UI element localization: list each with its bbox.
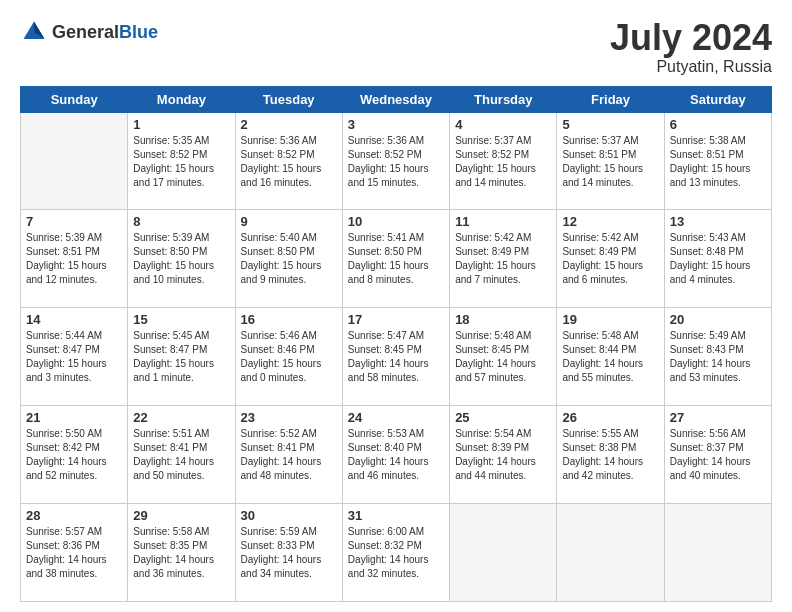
day-info: Sunrise: 5:48 AMSunset: 8:44 PMDaylight:… [562,330,643,383]
weekday-header: Thursday [450,86,557,112]
weekday-header: Friday [557,86,664,112]
day-info: Sunrise: 5:51 AMSunset: 8:41 PMDaylight:… [133,428,214,481]
calendar-cell: 7 Sunrise: 5:39 AMSunset: 8:51 PMDayligh… [21,210,128,308]
calendar-cell: 27 Sunrise: 5:56 AMSunset: 8:37 PMDaylig… [664,406,771,504]
calendar-cell: 20 Sunrise: 5:49 AMSunset: 8:43 PMDaylig… [664,308,771,406]
calendar-cell: 10 Sunrise: 5:41 AMSunset: 8:50 PMDaylig… [342,210,449,308]
calendar-table: SundayMondayTuesdayWednesdayThursdayFrid… [20,86,772,602]
day-info: Sunrise: 5:45 AMSunset: 8:47 PMDaylight:… [133,330,214,383]
day-info: Sunrise: 5:43 AMSunset: 8:48 PMDaylight:… [670,232,751,285]
calendar-cell: 24 Sunrise: 5:53 AMSunset: 8:40 PMDaylig… [342,406,449,504]
day-number: 8 [133,214,229,229]
calendar-cell: 28 Sunrise: 5:57 AMSunset: 8:36 PMDaylig… [21,504,128,602]
calendar-cell: 1 Sunrise: 5:35 AMSunset: 8:52 PMDayligh… [128,112,235,210]
day-number: 19 [562,312,658,327]
day-info: Sunrise: 5:39 AMSunset: 8:51 PMDaylight:… [26,232,107,285]
day-number: 5 [562,117,658,132]
calendar-cell: 17 Sunrise: 5:47 AMSunset: 8:45 PMDaylig… [342,308,449,406]
page: GeneralBlue July 2024 Putyatin, Russia S… [0,0,792,612]
day-number: 25 [455,410,551,425]
logo-blue: Blue [119,22,158,42]
day-info: Sunrise: 6:00 AMSunset: 8:32 PMDaylight:… [348,526,429,579]
day-number: 31 [348,508,444,523]
logo-general: General [52,22,119,42]
day-info: Sunrise: 5:37 AMSunset: 8:52 PMDaylight:… [455,135,536,188]
weekday-header: Sunday [21,86,128,112]
day-number: 20 [670,312,766,327]
day-number: 13 [670,214,766,229]
week-row: 7 Sunrise: 5:39 AMSunset: 8:51 PMDayligh… [21,210,772,308]
calendar-cell: 8 Sunrise: 5:39 AMSunset: 8:50 PMDayligh… [128,210,235,308]
day-info: Sunrise: 5:55 AMSunset: 8:38 PMDaylight:… [562,428,643,481]
week-row: 28 Sunrise: 5:57 AMSunset: 8:36 PMDaylig… [21,504,772,602]
calendar-cell: 12 Sunrise: 5:42 AMSunset: 8:49 PMDaylig… [557,210,664,308]
day-number: 29 [133,508,229,523]
day-info: Sunrise: 5:41 AMSunset: 8:50 PMDaylight:… [348,232,429,285]
calendar-cell: 9 Sunrise: 5:40 AMSunset: 8:50 PMDayligh… [235,210,342,308]
day-number: 23 [241,410,337,425]
day-info: Sunrise: 5:49 AMSunset: 8:43 PMDaylight:… [670,330,751,383]
calendar-cell: 3 Sunrise: 5:36 AMSunset: 8:52 PMDayligh… [342,112,449,210]
month-year: July 2024 [610,18,772,58]
day-info: Sunrise: 5:46 AMSunset: 8:46 PMDaylight:… [241,330,322,383]
day-number: 1 [133,117,229,132]
day-info: Sunrise: 5:48 AMSunset: 8:45 PMDaylight:… [455,330,536,383]
day-number: 26 [562,410,658,425]
day-info: Sunrise: 5:44 AMSunset: 8:47 PMDaylight:… [26,330,107,383]
title-block: July 2024 Putyatin, Russia [610,18,772,76]
calendar-cell: 11 Sunrise: 5:42 AMSunset: 8:49 PMDaylig… [450,210,557,308]
day-number: 18 [455,312,551,327]
logo-icon [20,18,48,46]
day-number: 14 [26,312,122,327]
calendar-cell: 19 Sunrise: 5:48 AMSunset: 8:44 PMDaylig… [557,308,664,406]
calendar-cell: 26 Sunrise: 5:55 AMSunset: 8:38 PMDaylig… [557,406,664,504]
day-number: 6 [670,117,766,132]
logo: GeneralBlue [20,18,158,46]
week-row: 21 Sunrise: 5:50 AMSunset: 8:42 PMDaylig… [21,406,772,504]
location: Putyatin, Russia [610,58,772,76]
day-number: 27 [670,410,766,425]
day-info: Sunrise: 5:58 AMSunset: 8:35 PMDaylight:… [133,526,214,579]
day-number: 24 [348,410,444,425]
calendar-cell: 4 Sunrise: 5:37 AMSunset: 8:52 PMDayligh… [450,112,557,210]
calendar-cell: 31 Sunrise: 6:00 AMSunset: 8:32 PMDaylig… [342,504,449,602]
calendar-cell: 13 Sunrise: 5:43 AMSunset: 8:48 PMDaylig… [664,210,771,308]
calendar-cell: 5 Sunrise: 5:37 AMSunset: 8:51 PMDayligh… [557,112,664,210]
week-row: 14 Sunrise: 5:44 AMSunset: 8:47 PMDaylig… [21,308,772,406]
day-info: Sunrise: 5:36 AMSunset: 8:52 PMDaylight:… [241,135,322,188]
calendar-cell: 14 Sunrise: 5:44 AMSunset: 8:47 PMDaylig… [21,308,128,406]
header: GeneralBlue July 2024 Putyatin, Russia [20,18,772,76]
day-info: Sunrise: 5:52 AMSunset: 8:41 PMDaylight:… [241,428,322,481]
day-info: Sunrise: 5:47 AMSunset: 8:45 PMDaylight:… [348,330,429,383]
calendar-cell [450,504,557,602]
day-number: 10 [348,214,444,229]
day-info: Sunrise: 5:56 AMSunset: 8:37 PMDaylight:… [670,428,751,481]
day-number: 28 [26,508,122,523]
day-info: Sunrise: 5:53 AMSunset: 8:40 PMDaylight:… [348,428,429,481]
day-info: Sunrise: 5:42 AMSunset: 8:49 PMDaylight:… [562,232,643,285]
day-info: Sunrise: 5:54 AMSunset: 8:39 PMDaylight:… [455,428,536,481]
calendar-cell: 25 Sunrise: 5:54 AMSunset: 8:39 PMDaylig… [450,406,557,504]
day-number: 9 [241,214,337,229]
calendar-cell: 22 Sunrise: 5:51 AMSunset: 8:41 PMDaylig… [128,406,235,504]
calendar-cell: 18 Sunrise: 5:48 AMSunset: 8:45 PMDaylig… [450,308,557,406]
day-number: 2 [241,117,337,132]
day-number: 21 [26,410,122,425]
calendar-cell: 21 Sunrise: 5:50 AMSunset: 8:42 PMDaylig… [21,406,128,504]
day-info: Sunrise: 5:50 AMSunset: 8:42 PMDaylight:… [26,428,107,481]
day-number: 12 [562,214,658,229]
day-number: 16 [241,312,337,327]
calendar-cell: 23 Sunrise: 5:52 AMSunset: 8:41 PMDaylig… [235,406,342,504]
calendar-cell [21,112,128,210]
day-number: 15 [133,312,229,327]
day-info: Sunrise: 5:37 AMSunset: 8:51 PMDaylight:… [562,135,643,188]
day-info: Sunrise: 5:35 AMSunset: 8:52 PMDaylight:… [133,135,214,188]
weekday-header: Monday [128,86,235,112]
calendar-cell: 15 Sunrise: 5:45 AMSunset: 8:47 PMDaylig… [128,308,235,406]
day-info: Sunrise: 5:42 AMSunset: 8:49 PMDaylight:… [455,232,536,285]
week-row: 1 Sunrise: 5:35 AMSunset: 8:52 PMDayligh… [21,112,772,210]
day-info: Sunrise: 5:38 AMSunset: 8:51 PMDaylight:… [670,135,751,188]
day-info: Sunrise: 5:39 AMSunset: 8:50 PMDaylight:… [133,232,214,285]
calendar-cell: 16 Sunrise: 5:46 AMSunset: 8:46 PMDaylig… [235,308,342,406]
weekday-header-row: SundayMondayTuesdayWednesdayThursdayFrid… [21,86,772,112]
